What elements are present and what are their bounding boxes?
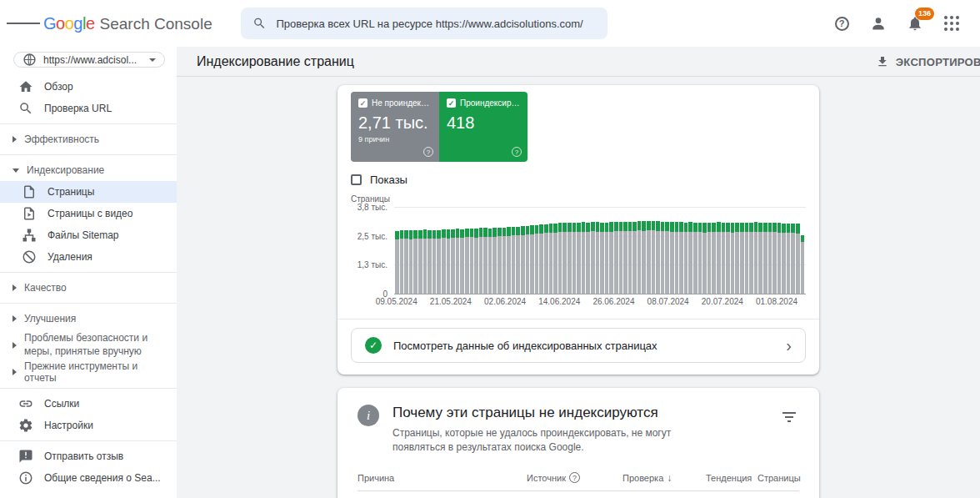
- sidebar-item-pages[interactable]: Страницы: [0, 181, 177, 203]
- chart-bar[interactable]: [437, 207, 441, 294]
- chart-bar[interactable]: [572, 207, 577, 294]
- impressions-toggle[interactable]: Показы: [338, 162, 819, 186]
- column-header-validation[interactable]: Проверка: [622, 472, 706, 484]
- chart-bar[interactable]: [712, 207, 716, 294]
- chart-bar[interactable]: [465, 207, 469, 294]
- chart-bar[interactable]: [530, 207, 534, 294]
- chart-bar[interactable]: [758, 207, 762, 294]
- chart-bar[interactable]: [596, 207, 600, 294]
- chart-bar[interactable]: [731, 207, 735, 294]
- chart-bar[interactable]: [460, 207, 464, 294]
- chart-bar[interactable]: [600, 207, 604, 294]
- view-indexed-data-banner[interactable]: Посмотреть данные об индексированных стр…: [351, 328, 806, 363]
- column-header-reason[interactable]: Причина: [358, 473, 527, 483]
- chart-bar[interactable]: [665, 207, 669, 294]
- help-icon[interactable]: [423, 147, 433, 157]
- checkbox-unchecked-icon[interactable]: [351, 174, 362, 185]
- property-selector[interactable]: https://www.adcisol...: [13, 52, 165, 68]
- chart-bar[interactable]: [638, 207, 642, 294]
- sidebar-item-video-pages[interactable]: Страницы с видео: [0, 203, 177, 224]
- sidebar-item-feedback[interactable]: Отправить отзыв: [0, 445, 177, 467]
- chart-bar[interactable]: [526, 207, 530, 294]
- chart-bar[interactable]: [772, 207, 777, 294]
- chart-bar[interactable]: [535, 207, 539, 294]
- sidebar-section-security[interactable]: Проблемы безопасности и меры, принятые в…: [0, 329, 177, 360]
- chart-bar[interactable]: [726, 207, 730, 294]
- chart-bar[interactable]: [656, 207, 660, 294]
- chart-bar[interactable]: [670, 207, 674, 294]
- chart-bar[interactable]: [498, 207, 502, 294]
- chart-bar[interactable]: [428, 207, 432, 294]
- chart-bar[interactable]: [754, 207, 758, 294]
- chart-bar[interactable]: [787, 207, 791, 294]
- chart-bar[interactable]: [512, 207, 516, 294]
- chart-bar[interactable]: [488, 207, 492, 294]
- column-header-trend[interactable]: Тенденция: [706, 473, 758, 483]
- export-button[interactable]: ЭКСПОРТИРОВАТЬ: [876, 55, 980, 68]
- chart-bar[interactable]: [778, 207, 782, 294]
- chart-bar[interactable]: [413, 207, 418, 294]
- sidebar-section-experience[interactable]: Качество: [0, 277, 177, 299]
- chart-bar[interactable]: [609, 207, 613, 294]
- chart-bar[interactable]: [688, 207, 692, 294]
- chart-bar[interactable]: [549, 207, 553, 294]
- help-button[interactable]: [825, 7, 858, 40]
- chart-bar[interactable]: [492, 207, 497, 294]
- chart-bar[interactable]: [693, 207, 698, 294]
- chart-bar[interactable]: [591, 207, 595, 294]
- chart-bar[interactable]: [801, 207, 805, 294]
- chart-bar[interactable]: [404, 207, 408, 294]
- filter-icon[interactable]: [779, 405, 799, 430]
- chart-bar[interactable]: [553, 207, 558, 294]
- chart-bar[interactable]: [768, 207, 772, 294]
- account-button[interactable]: [862, 7, 895, 40]
- checkbox-checked-icon[interactable]: [358, 98, 368, 108]
- chart-bar[interactable]: [796, 207, 800, 294]
- chart-bar[interactable]: [451, 207, 455, 294]
- sidebar-item-settings[interactable]: Настройки: [0, 415, 177, 436]
- chart-bar[interactable]: [432, 207, 437, 294]
- chart-bar[interactable]: [702, 207, 707, 294]
- column-header-source[interactable]: Источник: [527, 472, 622, 483]
- sidebar-item-removals[interactable]: Удаления: [0, 246, 177, 268]
- chart-bar[interactable]: [605, 207, 609, 294]
- chart-bar[interactable]: [539, 207, 543, 294]
- chart-bar[interactable]: [418, 207, 422, 294]
- sidebar-item-overview[interactable]: Обзор: [0, 76, 177, 98]
- chart-plot[interactable]: 3,8 тыс.2,5 тыс.1,3 тыс.0: [394, 207, 806, 294]
- chart-bar[interactable]: [675, 207, 679, 294]
- chart-bar[interactable]: [614, 207, 618, 294]
- chart-bar[interactable]: [679, 207, 683, 294]
- chip-not-indexed[interactable]: Не проиндексировано 2,71 тыс. 9 причин: [351, 92, 439, 162]
- chart-bar[interactable]: [791, 207, 795, 294]
- chart-bar[interactable]: [521, 207, 525, 294]
- chart-bar[interactable]: [400, 207, 404, 294]
- chart-bar[interactable]: [782, 207, 786, 294]
- app-logo[interactable]: Google Search Console: [43, 14, 212, 33]
- sidebar-item-url-inspection[interactable]: Проверка URL: [0, 98, 177, 119]
- chart-bar[interactable]: [582, 207, 586, 294]
- chart-bar[interactable]: [652, 207, 656, 294]
- sidebar-item-sitemaps[interactable]: Файлы Sitemap: [0, 224, 177, 246]
- chart-bar[interactable]: [483, 207, 488, 294]
- help-icon[interactable]: [512, 147, 522, 157]
- sidebar-item-about[interactable]: Общие сведения о Sea...: [0, 467, 177, 489]
- sidebar-item-links[interactable]: Ссылки: [0, 393, 177, 415]
- chip-indexed[interactable]: Проиндексировано 418: [439, 92, 528, 162]
- url-inspection-searchbar[interactable]: [241, 8, 608, 39]
- chart-bar[interactable]: [558, 207, 562, 294]
- chart-bar[interactable]: [447, 207, 451, 294]
- chart-bar[interactable]: [708, 207, 712, 294]
- chart-bar[interactable]: [409, 207, 413, 294]
- table-row[interactable]: Вариант страницы с тегом canonical Сайт …: [358, 491, 799, 498]
- search-input[interactable]: [276, 18, 595, 30]
- chart-bar[interactable]: [717, 207, 721, 294]
- chart-bar[interactable]: [684, 207, 688, 294]
- sidebar-section-enhancements[interactable]: Улучшения: [0, 308, 177, 329]
- chart-bar[interactable]: [628, 207, 632, 294]
- chart-bar[interactable]: [507, 207, 511, 294]
- column-header-pages[interactable]: Страницы: [758, 473, 801, 483]
- chart-bar[interactable]: [474, 207, 478, 294]
- menu-hamburger-icon[interactable]: [7, 7, 40, 40]
- sidebar-section-indexing[interactable]: Индексирование: [0, 159, 177, 181]
